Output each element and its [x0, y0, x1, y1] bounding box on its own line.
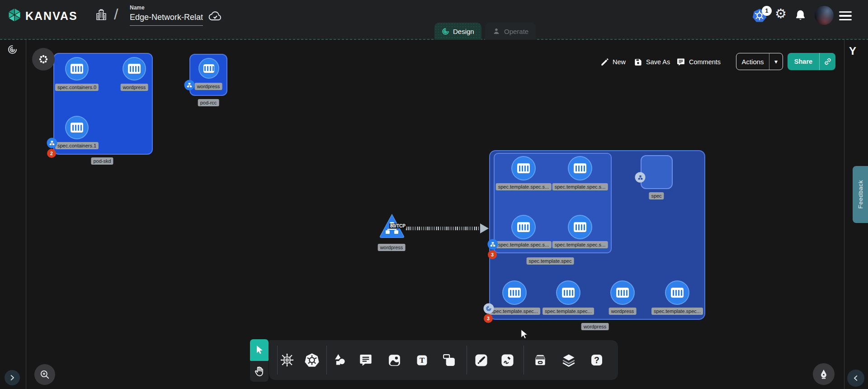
expand-left-panel-button[interactable]: [5, 370, 20, 385]
node-label: wordpress: [378, 244, 406, 251]
settings-gear-icon[interactable]: ⚙: [775, 7, 787, 20]
comment-tool-button[interactable]: [358, 352, 373, 368]
container-icon: [71, 123, 83, 133]
node-deployment-container-1[interactable]: [502, 280, 527, 305]
save-as-label: Save As: [646, 58, 670, 66]
zoom-button[interactable]: [34, 364, 55, 385]
header-bar: KANVAS / Name Design: [0, 0, 868, 40]
node-label: spec.containers.1: [55, 142, 99, 149]
help-tool-button[interactable]: ?: [589, 352, 604, 368]
container-icon: [128, 64, 141, 74]
shapes-tool-button[interactable]: [333, 352, 348, 368]
node-label: spec.template.spec.s...: [496, 241, 552, 248]
tab-design[interactable]: Design: [434, 23, 481, 40]
node-template-container-2[interactable]: [568, 156, 592, 180]
node-label: spec.template.spec...: [651, 308, 703, 315]
node-deployment-container-2[interactable]: [556, 280, 580, 305]
node-label: spec.template.spec.s...: [552, 241, 608, 248]
error-count-badge[interactable]: 2: [47, 149, 56, 158]
save-icon: [634, 58, 642, 66]
node-deployment-wordpress[interactable]: [610, 280, 635, 305]
node-wordpress-rcc[interactable]: [198, 58, 219, 79]
comments-label: Comments: [689, 58, 721, 66]
node-deployment-container-3[interactable]: [665, 280, 689, 305]
pen-icon: [474, 353, 489, 368]
container-icon: [562, 288, 575, 298]
node-spec-containers-0[interactable]: [65, 57, 89, 81]
notification-count-badge[interactable]: 1: [762, 6, 772, 16]
pan-tool-button[interactable]: [250, 361, 269, 382]
group-spec[interactable]: [641, 155, 673, 189]
image-tool-button[interactable]: [387, 352, 402, 368]
cloud-saved-icon: [208, 9, 222, 24]
tool-flyout: [250, 339, 269, 382]
edge-service-to-deployment[interactable]: [406, 227, 482, 230]
node-template-container-4[interactable]: [568, 215, 592, 239]
spec-badge-icon[interactable]: [635, 172, 646, 183]
operate-tab-icon: [492, 27, 500, 35]
bottom-toolbar: T: [269, 340, 618, 380]
design-configuration-button[interactable]: [32, 48, 55, 71]
container-icon: [574, 222, 586, 232]
toolbar-divider: [326, 346, 327, 375]
container-icon: [517, 163, 530, 173]
pen-nib-icon: [818, 368, 830, 380]
menu-hamburger-icon[interactable]: [839, 11, 852, 20]
magnifier-plus-icon: [39, 369, 51, 380]
error-count-badge[interactable]: 3: [488, 250, 497, 259]
node-wordpress-skd[interactable]: [123, 57, 146, 81]
archive-drawer-icon: [533, 352, 548, 368]
copy-link-icon[interactable]: [819, 53, 835, 70]
brand-title: KANVAS: [25, 9, 78, 23]
notifications-bell-icon[interactable]: [794, 9, 807, 21]
freehand-tool-button[interactable]: [500, 352, 515, 368]
new-label: New: [613, 58, 626, 66]
actions-caret-icon[interactable]: ▾: [769, 53, 783, 70]
node-label: wordpress: [609, 308, 637, 315]
container-icon: [574, 163, 586, 173]
organization-icon[interactable]: [95, 9, 108, 21]
comment-icon: [359, 353, 373, 367]
node-spec-containers-1[interactable]: [65, 116, 89, 139]
kubernetes-tool-button[interactable]: [304, 352, 320, 368]
design-name-input[interactable]: [130, 13, 203, 26]
pen-tool-button[interactable]: [473, 352, 489, 368]
toolbar-divider: [277, 346, 278, 375]
text-tool-button[interactable]: T: [414, 352, 429, 368]
node-template-container-1[interactable]: [511, 156, 536, 180]
feedback-label: Feedback: [857, 180, 864, 209]
node-label: spec.containers.0: [55, 84, 99, 91]
flower-icon: [38, 54, 49, 65]
network-badge-icon[interactable]: [47, 138, 57, 148]
kubernetes-icon: [304, 352, 320, 368]
container-icon: [203, 64, 214, 73]
new-pencil-icon: [600, 58, 609, 66]
components-tool-button[interactable]: [279, 352, 295, 368]
comments-button[interactable]: Comments: [676, 54, 721, 70]
node-template-container-3[interactable]: [511, 215, 536, 239]
collapse-right-panel-button[interactable]: [847, 370, 864, 387]
share-button[interactable]: Share: [788, 53, 835, 70]
network-badge-icon[interactable]: [184, 80, 195, 90]
error-count-badge[interactable]: 3: [484, 314, 493, 323]
drawer-tool-button[interactable]: [533, 352, 548, 368]
text-icon: T: [415, 353, 429, 367]
new-button[interactable]: New: [600, 54, 626, 70]
layers-tool-button[interactable]: [561, 352, 576, 368]
actions-label: Actions: [736, 53, 769, 70]
network-badge-icon[interactable]: [488, 239, 498, 250]
scribble-pencil-icon: [500, 353, 515, 368]
drawing-mode-button[interactable]: [813, 363, 835, 385]
kanvas-logo-icon: [6, 7, 23, 23]
save-as-button[interactable]: Save As: [634, 54, 670, 70]
swirl-badge-icon[interactable]: [484, 304, 494, 314]
sticker-tool-button[interactable]: [441, 352, 457, 368]
tab-operate[interactable]: Operate: [485, 23, 536, 40]
user-avatar[interactable]: [815, 6, 834, 25]
feedback-tab[interactable]: Feedback: [853, 166, 868, 223]
edge-port-label: 80/TCP: [389, 223, 406, 228]
share-label: Share: [788, 53, 819, 70]
actions-button[interactable]: Actions ▾: [736, 53, 783, 70]
sync-spinner-icon: [7, 44, 18, 55]
select-tool-button[interactable]: [250, 339, 269, 361]
